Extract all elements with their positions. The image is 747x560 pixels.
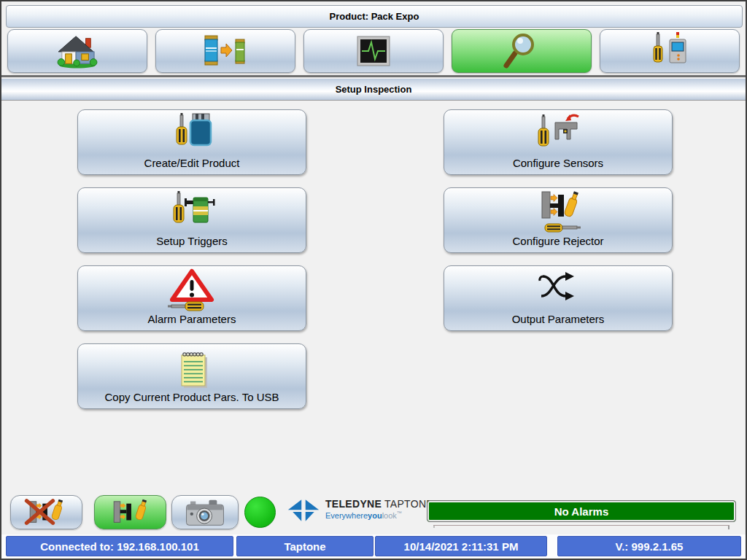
alarm-parameters-icon: [166, 268, 218, 314]
rejector-enable-button[interactable]: [94, 495, 166, 529]
menu-button-label: Setup Triggers: [78, 235, 306, 247]
app-window: Product: Pack Expo: [0, 0, 747, 560]
menu-button-label: Configure Rejector: [444, 235, 672, 247]
logo-tagline: Everywhereyoulook™: [325, 510, 433, 520]
product-title-bar: Product: Pack Expo: [6, 5, 743, 28]
alarm-status-banner[interactable]: No Alarms: [427, 500, 736, 522]
teledyne-taptone-logo: TELEDYNE TAPTONE Everywhereyoulook™: [287, 498, 433, 524]
toolbar-service-button[interactable]: [600, 29, 740, 73]
rejector-crossed-icon: [24, 499, 69, 526]
camera-icon: [183, 498, 227, 527]
toolbar-separator: [1, 75, 746, 77]
section-title: Setup Inspection: [336, 84, 412, 95]
rejector-icon: [108, 499, 153, 526]
copy-to-usb-icon: [166, 346, 218, 390]
alarm-status-label: No Alarms: [554, 505, 608, 518]
service-tools-icon: [649, 32, 690, 70]
version-button[interactable]: V.: 999.2.1.65: [557, 536, 741, 556]
toolbar-home-button[interactable]: [7, 29, 147, 73]
section-title-bar: Setup Inspection: [1, 79, 746, 101]
menu-button-label: Copy Current Product Pars. To USB: [78, 391, 306, 403]
alarm-parameters-button[interactable]: Alarm Parameters: [77, 265, 306, 331]
connection-status-button[interactable]: Connected to: 192.168.100.101: [6, 536, 233, 556]
datetime-label: 10/14/2021 2:11:31 PM: [404, 540, 519, 553]
configure-rejector-button[interactable]: Configure Rejector: [444, 187, 673, 253]
connection-status-label: Connected to: 192.168.100.101: [40, 540, 199, 553]
rejector-disable-button[interactable]: [10, 495, 82, 529]
configure-rejector-icon: [532, 190, 584, 236]
logo-text: TELEDYNE TAPTONE Everywhereyoulook™: [325, 498, 433, 520]
system-name-label: Taptone: [284, 540, 325, 553]
configure-sensors-button[interactable]: Configure Sensors: [444, 109, 673, 175]
menu-button-label: Alarm Parameters: [78, 313, 306, 325]
toolbar-monitor-button[interactable]: [303, 29, 444, 73]
configure-sensors-icon: [532, 112, 584, 153]
main-toolbar: [7, 29, 740, 73]
datetime-button[interactable]: 10/14/2021 2:11:31 PM: [375, 536, 547, 556]
version-label: V.: 999.2.1.65: [616, 540, 684, 553]
status-light-indicator: [244, 497, 276, 528]
waveform-monitor-icon: [353, 34, 394, 69]
toolbar-product-select-button[interactable]: [155, 29, 295, 73]
product-title: Product: Pack Expo: [330, 11, 419, 22]
home-icon: [54, 33, 101, 69]
menu-button-label: Configure Sensors: [444, 157, 672, 169]
output-parameters-icon: [535, 268, 581, 305]
create-edit-product-button[interactable]: Create/Edit Product: [77, 109, 306, 175]
camera-button[interactable]: [171, 495, 239, 529]
setup-triggers-button[interactable]: Setup Triggers: [77, 187, 306, 253]
copy-to-usb-button[interactable]: Copy Current Product Pars. To USB: [77, 343, 306, 409]
create-edit-product-icon: [166, 112, 218, 153]
system-name-button[interactable]: Taptone: [236, 536, 374, 556]
setup-triggers-icon: [166, 190, 218, 231]
logo-brand-line: TELEDYNE TAPTONE: [325, 498, 433, 510]
toolbar-setup-inspection-button[interactable]: [452, 29, 592, 73]
teledyne-logo-icon: [287, 498, 320, 524]
menu-button-label: Output Parameters: [444, 313, 672, 325]
magnifier-icon: [501, 32, 542, 70]
menu-button-label: Create/Edit Product: [78, 157, 306, 169]
alarm-banner-underline: [433, 525, 729, 530]
output-parameters-button[interactable]: Output Parameters: [444, 265, 673, 331]
product-change-icon: [202, 34, 249, 69]
